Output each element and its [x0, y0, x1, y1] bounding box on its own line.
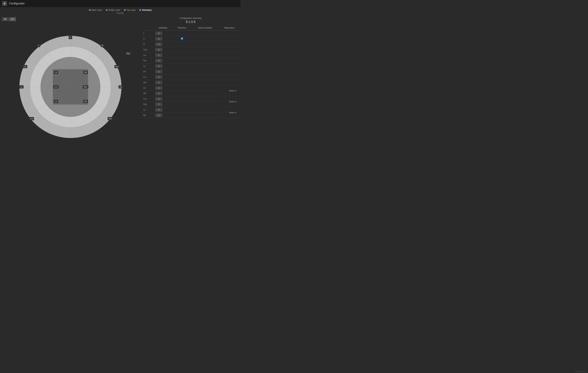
dolby-Rtm [191, 102, 219, 107]
spk-Ls: Ls [19, 85, 24, 88]
multiway-input-L[interactable] [155, 32, 162, 35]
channel-Sub: Sub [141, 47, 154, 53]
version-left: 9.1.0.6 [0, 12, 241, 15]
dolby-L [191, 31, 219, 36]
config-summary-label: Configuration Summary [141, 15, 241, 20]
dolby-Ltr [191, 107, 219, 113]
table-row: Lrs [141, 74, 241, 80]
multiway-input-Sub[interactable] [155, 48, 162, 52]
layer-base[interactable]: Base Layer [89, 9, 102, 11]
spk-Lw: Lw [23, 65, 27, 68]
phantom-Lw [173, 53, 191, 58]
dolby-Ls [191, 64, 219, 69]
replication-select-Ltr[interactable]: None [228, 111, 237, 114]
dolby-Ltf [191, 85, 219, 91]
multiway-input-Rtf[interactable] [155, 92, 162, 95]
multiway-input-Ls[interactable] [155, 64, 162, 68]
spk-Sub: Sub [125, 52, 131, 55]
replication-select-Ltf[interactable]: None [228, 89, 237, 92]
3d-button[interactable]: 3D [9, 17, 16, 21]
table-header-row: MultiWay Phantom Dolby Enabled Replicati… [141, 25, 241, 31]
multiway-Rrs [154, 80, 173, 85]
dolby-Rs [191, 69, 219, 74]
phantom-Ltf [173, 85, 191, 91]
dolby-Lw [191, 53, 219, 58]
multiway-input-Ltm[interactable] [155, 97, 162, 101]
replication-Ls [219, 64, 241, 69]
multiway-Rs [154, 69, 173, 74]
dolby-R [191, 42, 219, 47]
multiway-input-Rtm[interactable] [155, 103, 162, 106]
channel-Rw: Rw [141, 58, 154, 64]
spk-R: R [101, 44, 104, 47]
table-row: R [141, 42, 241, 47]
table-row: Rw [141, 58, 241, 64]
replication-Ltr: None [219, 107, 241, 118]
channel-Ls: Ls [141, 64, 154, 69]
multiway-input-C[interactable] [155, 37, 162, 41]
phantom-Ltr [173, 107, 191, 113]
replication-select-Ltm[interactable]: None [228, 100, 237, 103]
multiway-input-R[interactable] [155, 43, 162, 46]
layer-dot-height [106, 9, 108, 11]
layer-dot-top [124, 9, 126, 11]
channel-L: L [141, 31, 154, 36]
config-table: MultiWay Phantom Dolby Enabled Replicati… [141, 25, 241, 118]
multiway-input-Ltf[interactable] [155, 86, 162, 90]
layer-top[interactable]: Top Layer [124, 9, 136, 11]
replication-C [219, 36, 241, 42]
spk-L: L [37, 44, 40, 47]
channel-Ltf: Ltf [141, 85, 154, 91]
replication-Rs [219, 69, 241, 74]
multiway-Lrs [154, 74, 173, 80]
layer-label-height: Height Layer [108, 9, 120, 11]
multiway-Ltr [154, 107, 173, 113]
spk-Rtm: Rtm [83, 85, 88, 88]
table-row: C [141, 36, 241, 42]
replication-L [219, 31, 241, 36]
layer-height[interactable]: Height Layer [106, 9, 120, 11]
multiway-input-Lrs[interactable] [155, 75, 162, 79]
multiway-input-Lw[interactable] [155, 54, 162, 57]
layer-label-base: Base Layer [92, 9, 102, 11]
spk-Rtr: Rtr [83, 100, 88, 103]
col-multiway: MultiWay [154, 25, 173, 31]
replication-R [219, 42, 241, 47]
layer-summary[interactable]: Summary [139, 9, 152, 11]
2d-button[interactable]: 2D [2, 17, 9, 21]
multiway-input-Ltr[interactable] [155, 108, 162, 112]
replication-Lw [219, 53, 241, 58]
layer-label-summary: Summary [142, 9, 152, 11]
right-panel: Configuration Summary 9.1.0.6 MultiWay P… [141, 15, 241, 153]
spk-Rw: Rw [115, 65, 119, 68]
col-dolby: Dolby Enabled [191, 25, 219, 31]
table-row: Ls [141, 64, 241, 69]
multiway-R [154, 42, 173, 47]
phantom-Rw [173, 58, 191, 64]
channel-Lrs: Lrs [141, 74, 154, 80]
channel-C: C [141, 36, 154, 42]
multiway-input-Rs[interactable] [155, 70, 162, 73]
channel-Rs: Rs [141, 69, 154, 74]
layer-bar: Base Layer Height Layer Top Layer Summar… [0, 7, 241, 12]
multiway-input-Rrs[interactable] [155, 81, 162, 84]
replication-Rw [219, 58, 241, 64]
col-replication: Replication [219, 25, 241, 31]
table-row: LtmNone [141, 96, 241, 102]
replication-Ltf: None [219, 85, 241, 96]
phantom-Ls [173, 64, 191, 69]
phantom-checkbox-C[interactable] [181, 37, 183, 40]
channel-Ltm: Ltm [141, 96, 154, 102]
multiway-input-Rtr[interactable] [155, 113, 162, 117]
spk-Rrs: Rrs [108, 117, 113, 120]
multiway-Lw [154, 53, 173, 58]
table-row: Lw [141, 53, 241, 58]
table-row: L [141, 31, 241, 36]
layer-dot-base [89, 9, 91, 11]
spk-Rtf: Rtf [83, 71, 88, 74]
dolby-Rrs [191, 80, 219, 85]
multiway-Rw [154, 58, 173, 64]
dolby-Rtr [191, 113, 219, 118]
multiway-input-Rw[interactable] [155, 59, 162, 62]
channel-Rtr: Rtr [141, 113, 154, 118]
